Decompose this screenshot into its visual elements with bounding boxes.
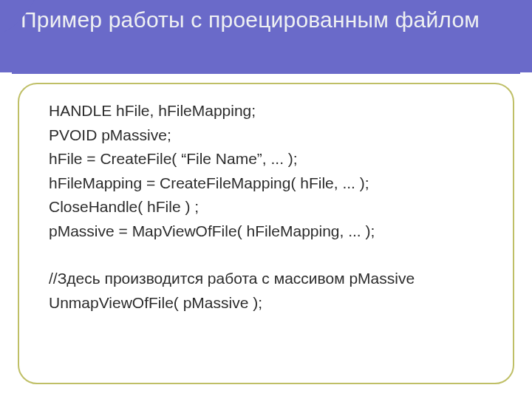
slide-title: Пример работы с проецированным файлом (21, 6, 480, 34)
title-band: Пример работы с проецированным файлом (0, 0, 532, 72)
code-line-blank (49, 243, 495, 267)
code-line: hFileMapping = CreateFileMapping( hFile,… (49, 171, 495, 196)
code-line: PVOID pMassive; (49, 123, 495, 148)
code-line: HANDLE hFile, hFileMapping; (49, 99, 495, 123)
code-line: hFile = CreateFile( “File Name”, ... ); (49, 147, 495, 171)
content-frame: HANDLE hFile, hFileMapping; PVOID pMassi… (18, 83, 514, 384)
code-line: UnmapViewOfFile( pMassive ); (49, 291, 495, 316)
code-line: //Здесь производится работа с массивом p… (49, 267, 495, 291)
title-underline (12, 72, 520, 74)
code-line: pMassive = MapViewOfFile( hFileMapping, … (49, 219, 495, 244)
code-block: HANDLE hFile, hFileMapping; PVOID pMassi… (49, 99, 495, 315)
code-line: CloseHandle( hFile ) ; (49, 195, 495, 219)
